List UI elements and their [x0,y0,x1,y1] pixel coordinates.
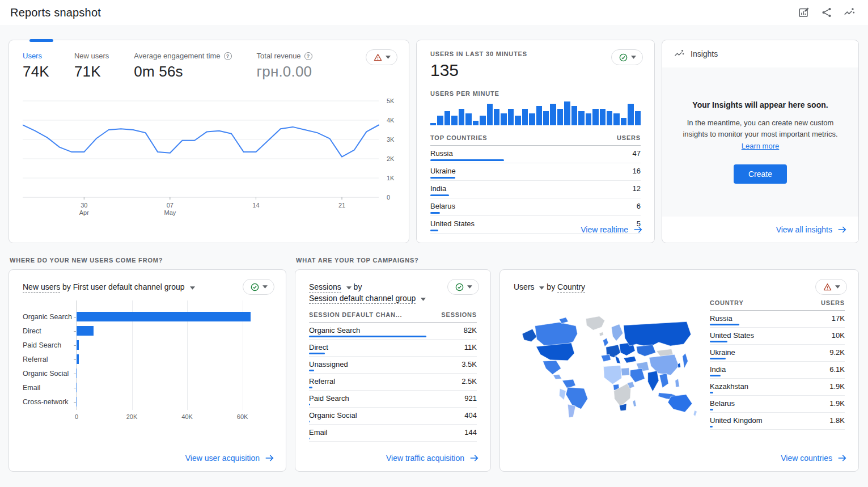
data-quality-dropdown[interactable] [815,279,847,295]
minute-bar [480,116,485,125]
chevron-down-icon[interactable] [346,286,352,290]
chevron-down-icon[interactable] [190,286,195,290]
metric-tab-avg-engagement-time[interactable]: Average engagement time? 0m 56s [134,52,231,81]
data-quality-dropdown[interactable] [447,279,479,295]
bar-track [77,383,256,392]
minute-bar [430,123,436,125]
metric-value: 0m 56s [134,63,231,81]
category-label: Cross-network [23,398,77,406]
metric-tab-new-users[interactable]: New users 71K [74,52,109,81]
bar-row[interactable]: Email [23,380,272,395]
insights-icon[interactable] [843,6,857,19]
table-row[interactable]: Paid Search921 [309,391,477,408]
row-value-bar [710,392,713,393]
insights-card: Insights Your Insights will appear here … [662,40,859,243]
metric-selector[interactable]: New users [23,282,60,293]
metric-selector[interactable]: Sessions [309,282,341,293]
help-icon[interactable]: ? [304,52,312,60]
world-map[interactable] [514,299,702,430]
axis-tick-label: 0 [75,413,78,420]
table-row[interactable]: Kazakhstan1.9K [710,379,845,396]
create-insight-button[interactable]: Create [734,164,787,184]
row-value-bar [710,409,713,410]
metric-selector[interactable]: Users [514,282,535,291]
view-countries-link[interactable]: View countries [781,453,847,463]
bar-row[interactable]: Cross-network [23,395,272,409]
share-icon[interactable] [820,6,834,19]
row-label: Belarus [430,202,455,210]
row-value: 10K [832,331,845,340]
table-row[interactable]: Email144 [309,425,477,442]
table-row[interactable]: Ukraine9.2K [710,345,845,362]
category-label: Paid Search [23,341,77,349]
table-row[interactable]: Belarus6 [430,198,641,216]
table-row[interactable]: Russia17K [710,311,845,328]
minute-bar [607,111,612,125]
category-label: Organic Social [23,370,77,378]
bar-track [77,326,256,336]
view-user-acquisition-link[interactable]: View user acquisition [185,453,274,463]
bar-row[interactable]: Organic Search [23,310,272,324]
svg-text:0: 0 [387,194,390,201]
view-all-insights-link[interactable]: View all insights [776,225,847,235]
row-label: Organic Social [309,411,357,420]
table-row[interactable]: Direct11K [309,340,477,357]
row-label: Russia [710,314,732,323]
chevron-down-icon[interactable] [421,298,426,301]
check-circle-icon [619,53,628,62]
customize-report-icon[interactable] [798,6,811,19]
bar-row[interactable]: Referral [23,352,272,366]
table-row[interactable]: Russia47 [430,146,641,163]
row-value-bar [430,159,504,161]
bar-row[interactable]: Organic Social [23,366,272,380]
table-row[interactable]: Organic Search82K [309,323,477,340]
data-quality-dropdown[interactable] [243,279,274,295]
minute-bar [578,111,584,125]
chevron-down-icon[interactable] [539,286,544,290]
row-label: Paid Search [309,394,349,403]
table-row[interactable]: United States10K [710,328,845,345]
minute-bar [536,106,542,125]
dimension-selector[interactable]: Country [557,282,585,293]
insights-header: Insights [662,40,858,67]
table-row[interactable]: Referral2.5K [309,374,477,391]
data-quality-dropdown[interactable] [611,49,643,65]
help-icon[interactable]: ? [224,52,232,60]
category-label: Email [23,384,77,392]
metric-tab-total-revenue[interactable]: Total revenue? грн.0.00 [257,52,312,81]
campaigns-table: SESSION DEFAULT CHAN... SESSIONS Organic… [309,311,477,442]
data-quality-dropdown[interactable] [366,49,397,65]
table-row[interactable]: India6.1K [710,362,845,379]
metric-value: 71K [74,63,109,81]
row-label: Referral [309,377,335,386]
countries-table: COUNTRY USERS Russia17KUnited States10KU… [710,299,845,430]
minute-bar [600,109,606,125]
table-row[interactable]: Organic Social404 [309,408,477,425]
minute-bar [451,116,457,125]
check-circle-icon [455,282,464,292]
bar-row[interactable]: Direct [23,324,272,338]
dimension-selector[interactable]: Session default channel group [309,294,416,304]
learn-more-link[interactable]: Learn more [742,142,779,150]
minute-bar [515,116,520,125]
svg-text:May: May [164,209,176,216]
arrow-right-icon [837,453,847,463]
bar-row[interactable]: Paid Search [23,338,272,352]
metric-value: грн.0.00 [257,63,312,81]
table-row[interactable]: Unassigned3.5K [309,357,477,374]
metric-tab-users[interactable]: Users 74K [23,52,49,81]
minute-bar [586,113,591,125]
selected-metric-indicator [29,39,53,42]
table-row[interactable]: Belarus1.9K [710,396,845,413]
table-row[interactable]: India12 [430,181,641,198]
table-row[interactable]: Ukraine16 [430,163,641,181]
minute-bar [543,111,549,125]
view-traffic-acquisition-link[interactable]: View traffic acquisition [386,453,479,463]
view-realtime-link[interactable]: View realtime [581,225,643,235]
row-label: Russia [430,149,453,158]
row-label: United States [430,219,475,228]
insights-headline: Your Insights will appear here soon. [692,100,828,109]
row-value: 9.2K [829,348,845,357]
category-label: Direct [23,327,77,335]
table-row[interactable]: United Kingdom1.8K [710,413,845,430]
